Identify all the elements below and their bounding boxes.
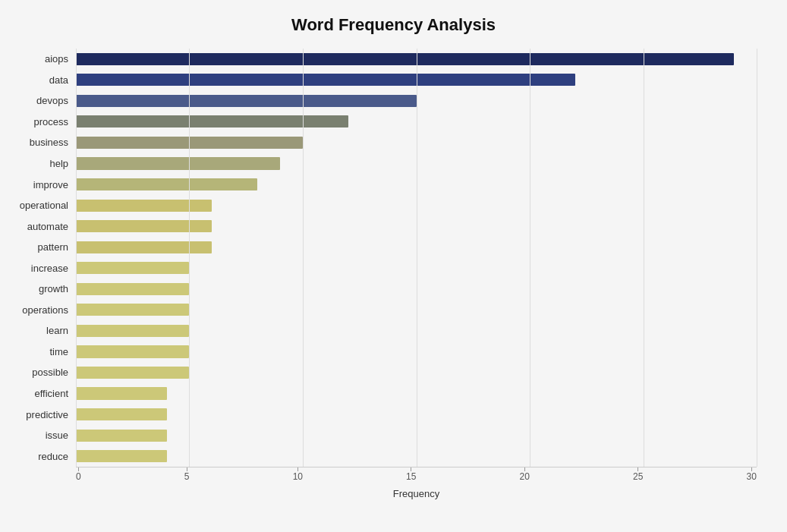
bar-track [76, 279, 757, 300]
x-ticks: 051015202530 [76, 467, 757, 482]
bar-track [76, 174, 757, 195]
bar-row: aiops [76, 49, 757, 70]
x-axis-label: Frequency [76, 488, 757, 499]
bar [76, 53, 734, 65]
bar-label: time [0, 346, 76, 357]
bar-track [76, 90, 757, 112]
bar-row: issue [76, 425, 757, 446]
bar-track [76, 132, 757, 153]
bar-label: learn [0, 325, 76, 336]
bar-row: predictive [76, 404, 757, 425]
bar [76, 450, 167, 462]
x-tick-label: 25 [633, 471, 643, 482]
bar-track [76, 425, 757, 446]
bar [76, 74, 575, 86]
bar-track [76, 49, 757, 70]
bar-row: learn [76, 320, 757, 342]
x-tick-label: 5 [184, 471, 190, 482]
bar-label: reduce [0, 451, 76, 462]
x-tick-label: 20 [520, 471, 530, 482]
bar [76, 345, 189, 357]
bar [76, 200, 212, 212]
bar-row: operational [76, 195, 757, 216]
x-tick: 20 [520, 467, 530, 482]
bar-row: automate [76, 216, 757, 237]
bar-track [76, 237, 757, 258]
bar-row: improve [76, 174, 757, 195]
bar [76, 304, 189, 316]
bar-track [76, 383, 757, 405]
bar [76, 241, 212, 253]
bar-row: growth [76, 279, 757, 300]
bar-track [76, 70, 757, 91]
bar-label: automate [0, 221, 76, 232]
bar-track [76, 362, 757, 383]
bar-row: devops [76, 90, 757, 112]
bar [76, 387, 167, 399]
bar-track [76, 342, 757, 363]
x-tick: 30 [747, 467, 757, 482]
x-tick-label: 30 [747, 471, 757, 482]
bar-track [76, 153, 757, 175]
bar-track [76, 320, 757, 342]
bar-label: predictive [0, 409, 76, 420]
bar-row: possible [76, 362, 757, 383]
bar [76, 178, 257, 190]
bar-label: pattern [0, 241, 76, 253]
bar-label: data [0, 74, 76, 86]
bar-row: reduce [76, 445, 757, 467]
bar-row: efficient [76, 383, 757, 405]
chart-area: aiopsdatadevopsprocessbusinesshelpimprov… [76, 49, 757, 467]
x-tick: 5 [184, 467, 190, 482]
bar-row: operations [76, 300, 757, 321]
bar [76, 95, 417, 107]
bar [76, 115, 348, 127]
x-tick-label: 15 [406, 471, 416, 482]
bar-label: improve [0, 179, 76, 190]
bar-row: data [76, 70, 757, 91]
bar-label: aiops [0, 53, 76, 65]
x-tick-label: 0 [76, 471, 81, 482]
bar-track [76, 257, 757, 279]
bar-label: increase [0, 263, 76, 274]
gridline [757, 49, 757, 467]
bar-label: operations [0, 304, 76, 316]
x-tick: 0 [76, 467, 81, 482]
x-tick: 15 [406, 467, 416, 482]
bar [76, 430, 167, 442]
bar-track [76, 404, 757, 425]
bar-label: possible [0, 367, 76, 378]
bar-label: growth [0, 283, 76, 294]
bar-row: increase [76, 257, 757, 279]
bar [76, 367, 189, 379]
bar-row: help [76, 153, 757, 175]
x-tick-label: 10 [293, 471, 303, 482]
bar-label: process [0, 116, 76, 127]
x-tick: 25 [633, 467, 643, 482]
bar [76, 408, 167, 420]
bar-label: efficient [0, 388, 76, 399]
bar-label: issue [0, 430, 76, 441]
bar-track [76, 216, 757, 237]
bar-label: devops [0, 95, 76, 106]
bar-label: help [0, 158, 76, 169]
bar [76, 220, 212, 232]
bar-label: operational [0, 200, 76, 211]
bar-track [76, 445, 757, 467]
bar [76, 283, 189, 295]
bar-row: time [76, 342, 757, 363]
bars-section: aiopsdatadevopsprocessbusinesshelpimprov… [76, 49, 757, 467]
bar [76, 137, 303, 149]
bar-row: business [76, 132, 757, 153]
bar-row: process [76, 112, 757, 133]
bar [76, 157, 280, 169]
x-axis-area: 051015202530 Frequency [76, 467, 757, 512]
bar-track [76, 195, 757, 216]
bar-row: pattern [76, 237, 757, 258]
bar [76, 325, 189, 337]
chart-container: Word Frequency Analysis aiopsdatadevopsp… [0, 0, 787, 532]
bar-track [76, 112, 757, 133]
bar [76, 262, 189, 274]
bar-label: business [0, 137, 76, 148]
bar-track [76, 300, 757, 321]
